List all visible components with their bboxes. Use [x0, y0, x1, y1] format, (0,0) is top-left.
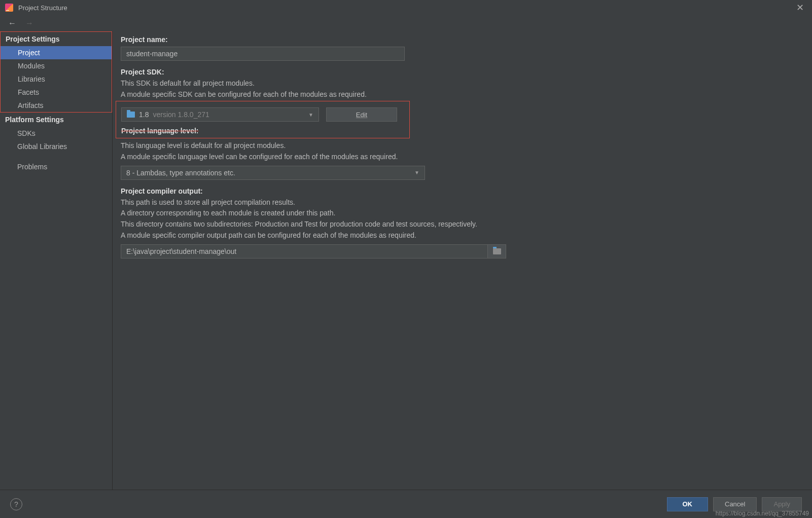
ok-button[interactable]: OK	[667, 497, 709, 511]
language-level-value: 8 - Lambdas, type annotations etc.	[126, 169, 235, 177]
nav-back-icon[interactable]: ←	[8, 19, 16, 28]
sidebar: Project Settings Project Modules Librari…	[0, 31, 113, 490]
nav-forward-icon: →	[25, 19, 33, 28]
chevron-down-icon: ▼	[308, 112, 313, 118]
lang-desc-2: A module specific language level can be …	[121, 152, 800, 163]
label-project-sdk: Project SDK:	[121, 68, 800, 76]
footer: ? OK Cancel Apply	[0, 490, 812, 518]
compiler-desc-1: This path is used to store all project c…	[121, 197, 800, 208]
compiler-output-input[interactable]: E:\java\project\student-manage\out	[121, 244, 488, 258]
apply-button[interactable]: Apply	[762, 497, 802, 511]
project-name-input[interactable]: student-manage	[121, 47, 405, 61]
sdk-version: version 1.8.0_271	[153, 110, 209, 119]
label-compiler-output: Project compiler output:	[121, 187, 800, 195]
sdk-desc-1: This SDK is default for all project modu…	[121, 78, 800, 89]
cancel-button[interactable]: Cancel	[713, 497, 757, 511]
sidebar-header-platform-settings: Platform Settings	[0, 113, 112, 127]
sidebar-item-modules[interactable]: Modules	[1, 59, 112, 72]
edit-sdk-button[interactable]: Edit	[326, 107, 397, 122]
compiler-desc-3: This directory contains two subdirectori…	[121, 219, 800, 230]
close-icon[interactable]: ✕	[793, 2, 807, 13]
compiler-desc-2: A directory corresponding to each module…	[121, 208, 800, 219]
folder-icon	[127, 112, 135, 118]
sdk-desc-2: A module specific SDK can be configured …	[121, 89, 800, 100]
project-sdk-dropdown[interactable]: 1.8 version 1.8.0_271 ▼	[121, 107, 319, 122]
label-language-level: Project language level:	[121, 127, 404, 135]
language-level-dropdown[interactable]: 8 - Lambdas, type annotations etc. ▼	[121, 166, 425, 180]
sidebar-item-artifacts[interactable]: Artifacts	[1, 99, 112, 112]
lang-desc-1: This language level is default for all p…	[121, 140, 800, 152]
nav-arrows: ← →	[0, 15, 812, 31]
sidebar-item-problems[interactable]: Problems	[0, 160, 112, 173]
content-panel: Project name: student-manage Project SDK…	[113, 31, 812, 490]
sidebar-header-project-settings: Project Settings	[1, 32, 112, 46]
sidebar-item-libraries[interactable]: Libraries	[1, 72, 112, 86]
help-button[interactable]: ?	[10, 498, 22, 510]
sidebar-item-global-libraries[interactable]: Global Libraries	[0, 140, 112, 153]
compiler-desc-4: A module specific compiler output path c…	[121, 230, 800, 241]
label-project-name: Project name:	[121, 35, 800, 44]
chevron-down-icon: ▼	[414, 170, 419, 175]
title-bar: Project Structure ✕	[0, 0, 812, 15]
window-title: Project Structure	[18, 4, 793, 12]
sdk-name: 1.8	[139, 110, 149, 119]
watermark: https://blog.csdn.net/qq_37855749	[716, 510, 809, 517]
sidebar-item-facets[interactable]: Facets	[1, 86, 112, 99]
intellij-icon	[5, 4, 13, 12]
folder-icon	[493, 248, 501, 254]
sidebar-item-sdks[interactable]: SDKs	[0, 127, 112, 140]
browse-button[interactable]	[488, 244, 506, 258]
sidebar-item-project[interactable]: Project	[1, 46, 112, 59]
